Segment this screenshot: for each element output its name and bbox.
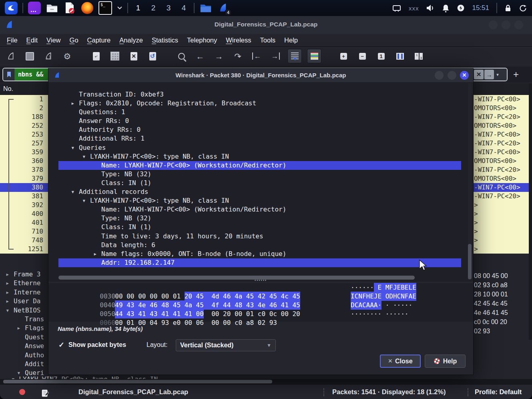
dialog-maximize-button[interactable]: [448, 71, 456, 80]
tree-row[interactable]: Time to live: 3 days, 11 hours, 20 minut…: [58, 232, 461, 241]
tree-row[interactable]: Name: LYAKH-WIN7-PC<00> (Workstation/Red…: [58, 161, 461, 170]
file-manager-icon[interactable]: [46, 2, 58, 14]
filter-bookmark-button[interactable]: [3, 69, 15, 81]
notifications-icon[interactable]: [442, 4, 450, 12]
tree-row[interactable]: Name: LYAKH-WIN7-PC<00> (Workstation/Red…: [58, 205, 461, 214]
expander-icon[interactable]: ▾: [71, 143, 79, 152]
show-packet-bytes-checkbox[interactable]: ✓: [58, 341, 64, 349]
hex-line[interactable]: 08 00 45 00: [474, 271, 508, 280]
status-profile[interactable]: Profile: Default: [475, 385, 522, 399]
kali-launcher-icon[interactable]: [5, 2, 18, 14]
detail-tree-row[interactable]: Quest: [0, 333, 53, 342]
expander-icon[interactable]: [93, 161, 101, 170]
tree-row[interactable]: ▸ Name flags: 0x0000, ONT: B-node (B-nod…: [58, 250, 461, 258]
power-manager-icon[interactable]: [457, 4, 465, 12]
tree-row[interactable]: Type: NB (32): [58, 170, 461, 179]
hex-segment[interactable]: DCACAAA·: [351, 300, 381, 310]
detail-tree-row[interactable]: ▸ Etherne: [0, 279, 53, 288]
expander-icon[interactable]: ▸: [6, 279, 14, 288]
main-window-titlebar[interactable]: Digital_Forensics_PCAP_Lab.pcap: [0, 16, 532, 34]
hex-segment[interactable]: ICNFHEJE ODHCNFAE: [351, 292, 416, 301]
dialog-tree-vscrollbar[interactable]: [468, 83, 472, 280]
detail-tree-row[interactable]: Trans: [0, 315, 53, 324]
expander-icon[interactable]: [17, 315, 25, 324]
start-capture-button[interactable]: [4, 49, 18, 63]
network-icon[interactable]: [392, 4, 402, 12]
expander-icon[interactable]: ▸: [6, 297, 14, 306]
tree-row[interactable]: ▾ Additional records: [58, 187, 461, 196]
first-packet-button[interactable]: ←: [250, 49, 263, 63]
layout-presets-button[interactable]: 3: [412, 49, 426, 63]
scrollbar-thumb[interactable]: [3, 380, 272, 383]
layout-select[interactable]: Vertical (Stacked) ▼: [176, 339, 276, 351]
tree-row[interactable]: ▾ Queries: [58, 143, 461, 152]
close-button[interactable]: [514, 20, 523, 29]
hex-line[interactable]: 42 45 4c 45: [474, 299, 508, 308]
expander-icon[interactable]: [93, 205, 101, 214]
find-packet-button[interactable]: [175, 49, 188, 63]
save-file-button[interactable]: [108, 49, 122, 63]
detail-tree-row[interactable]: ▸ Flags: [0, 324, 53, 332]
tree-row[interactable]: ▾ LYAKH-WIN7-PC<00>: type NB, class IN: [58, 152, 461, 161]
zoom-in-button[interactable]: +: [337, 49, 350, 63]
tree-row[interactable]: Addr: 192.168.2.147: [58, 258, 461, 267]
go-forward-button[interactable]: →: [212, 49, 226, 63]
minimize-button[interactable]: [489, 20, 498, 29]
terminal-dropdown-caret-icon[interactable]: [117, 6, 122, 10]
hex-line[interactable]: 28 10 00 01: [474, 290, 508, 299]
menu-item[interactable]: Go: [65, 36, 83, 44]
reload-file-button[interactable]: [146, 49, 159, 63]
expander-icon[interactable]: ▾: [71, 187, 79, 196]
clock[interactable]: 15:51: [472, 4, 489, 12]
menu-item[interactable]: Analyze: [115, 36, 147, 44]
status-filename[interactable]: Digital_Forensics_PCAP_Lab.pcap: [78, 385, 188, 399]
filter-add-button[interactable]: +: [511, 69, 521, 80]
help-button[interactable]: Help: [425, 355, 466, 368]
expander-icon[interactable]: ▸: [6, 288, 14, 297]
filter-apply-button[interactable]: →: [484, 70, 494, 79]
colorize-button[interactable]: [307, 49, 321, 63]
hex-line[interactable]: 4e 46 41 45: [474, 308, 508, 317]
menu-item[interactable]: Wireless: [221, 36, 255, 44]
menu-item[interactable]: Tools: [256, 36, 280, 44]
detail-tree-row[interactable]: Answe: [0, 342, 53, 351]
keyboard-layout-indicator[interactable]: xxx: [409, 5, 419, 12]
capture-options-button[interactable]: ⚙: [60, 49, 74, 63]
expander-icon[interactable]: [93, 214, 101, 223]
hex-segment[interactable]: ········ ······: [351, 310, 409, 318]
lock-icon[interactable]: [504, 4, 512, 12]
menu-item[interactable]: Help: [280, 36, 302, 44]
last-packet-button[interactable]: →: [269, 49, 282, 63]
expander-icon[interactable]: [71, 125, 79, 134]
go-to-packet-button[interactable]: ↷: [231, 49, 245, 63]
expander-icon[interactable]: [71, 90, 79, 99]
tree-row[interactable]: ▾ LYAKH-WIN7-PC<00>: type NB, class IN: [58, 196, 461, 205]
wireshark-icon[interactable]: 4: [217, 2, 230, 14]
expander-icon[interactable]: ▾: [82, 152, 90, 161]
show-packet-bytes-label[interactable]: Show packet bytes: [68, 341, 126, 349]
tree-row[interactable]: Additional RRs: 1: [58, 134, 461, 143]
hex-row[interactable]: 005044 43 41 43 41 41 41 00 00 20 00 01 …: [48, 301, 473, 310]
tree-row[interactable]: Type: NB (32): [58, 214, 461, 223]
workspace-button[interactable]: 1: [133, 4, 143, 12]
detail-tree-row[interactable]: Autho: [0, 351, 53, 360]
tree-row[interactable]: Answer RRs: 0: [58, 117, 461, 125]
tree-row[interactable]: Transaction ID: 0xbef3: [58, 90, 461, 99]
dialog-minimize-button[interactable]: [435, 71, 444, 80]
folder-icon[interactable]: [199, 2, 212, 14]
horizontal-scrollbar[interactable]: [0, 379, 532, 384]
hex-line[interactable]: c0 0c 00 20: [474, 317, 508, 326]
hex-segment[interactable]: ······: [351, 284, 374, 291]
hex-segment[interactable]: E MFJEBELE: [374, 283, 416, 292]
auto-scroll-button[interactable]: [287, 49, 302, 63]
hex-segment[interactable]: · ·····: [381, 301, 412, 309]
menu-item[interactable]: View: [42, 36, 65, 44]
expander-icon[interactable]: [93, 179, 101, 187]
expander-icon[interactable]: [17, 360, 25, 369]
open-file-button[interactable]: [89, 49, 103, 63]
workspace-button[interactable]: 3: [163, 4, 174, 12]
menu-item[interactable]: File: [2, 36, 22, 44]
menu-item[interactable]: Statistics: [147, 36, 183, 44]
expander-icon[interactable]: ▸: [93, 250, 101, 258]
zoom-original-button[interactable]: 1: [374, 49, 388, 63]
